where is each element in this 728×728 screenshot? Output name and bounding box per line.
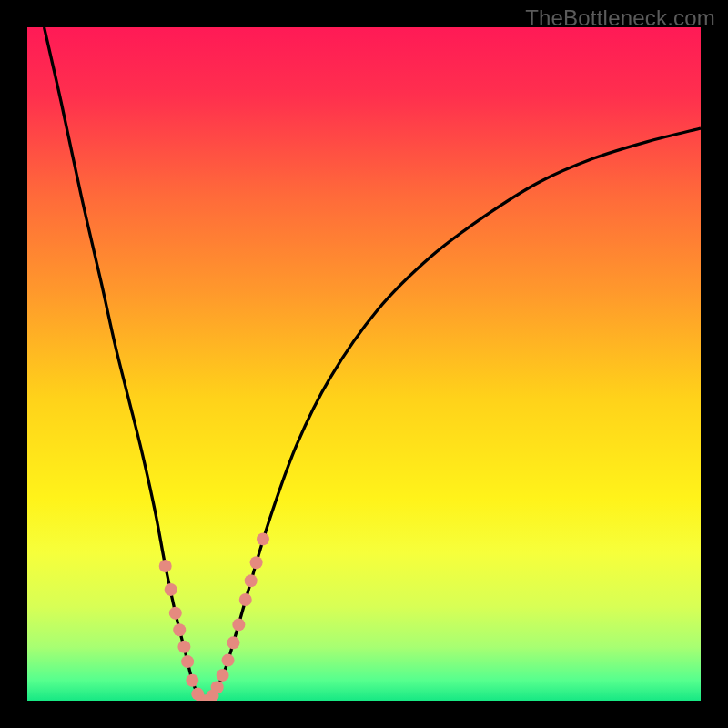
marker-dot xyxy=(181,655,194,668)
bottleneck-markers xyxy=(159,532,269,701)
marker-dot xyxy=(177,641,190,653)
marker-dot xyxy=(250,556,263,569)
marker-dot xyxy=(245,574,258,587)
marker-dot xyxy=(173,623,186,636)
marker-dot xyxy=(165,583,177,596)
marker-dot xyxy=(232,618,245,631)
marker-dot xyxy=(222,654,235,667)
marker-dot xyxy=(159,560,172,572)
marker-dot xyxy=(239,593,252,606)
marker-dot xyxy=(227,636,239,649)
plot-area xyxy=(27,27,701,701)
marker-dot xyxy=(186,674,198,687)
marker-dot xyxy=(211,681,224,693)
marker-layer xyxy=(27,27,701,701)
marker-dot xyxy=(169,607,182,620)
marker-dot xyxy=(257,532,269,545)
marker-dot xyxy=(217,669,229,682)
watermark-text: TheBottleneck.com xyxy=(525,5,715,31)
